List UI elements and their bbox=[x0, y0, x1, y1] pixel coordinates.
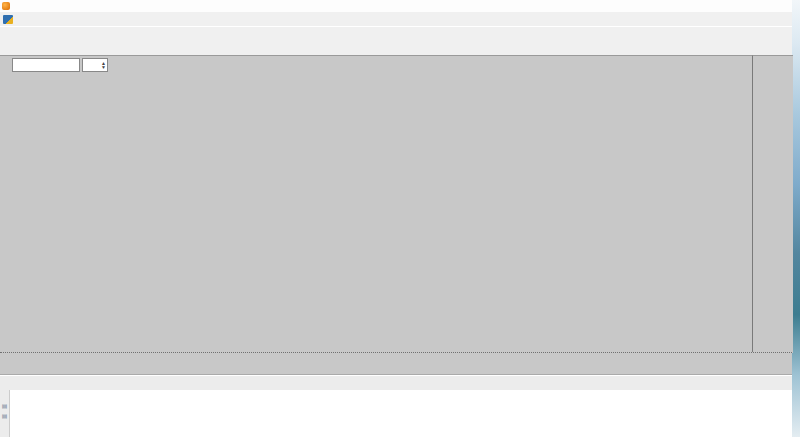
history-panel: ▤▤ bbox=[0, 390, 792, 437]
mt5-logo-icon bbox=[3, 15, 13, 24]
volume-select[interactable] bbox=[12, 58, 80, 72]
app-icon bbox=[2, 2, 10, 10]
mt5-window: ▲▼ ▤▤ bbox=[0, 0, 792, 437]
price-scale[interactable] bbox=[752, 55, 793, 353]
chart-area[interactable]: ▲▼ bbox=[0, 55, 752, 353]
menu-bar bbox=[0, 12, 792, 26]
clipboard-icon: ▤ bbox=[2, 402, 8, 409]
spinner-arrows-icon[interactable]: ▲▼ bbox=[101, 61, 106, 69]
chart-tabs-bar bbox=[0, 375, 792, 391]
desktop-wallpaper: ▲▼ ▤▤ bbox=[0, 0, 800, 437]
time-axis[interactable] bbox=[0, 352, 792, 376]
toolbar-drawing bbox=[0, 45, 792, 55]
period-spinner[interactable]: ▲▼ bbox=[82, 58, 108, 72]
toolbar-main bbox=[0, 26, 792, 46]
title-bar bbox=[0, 0, 792, 12]
clipboard-icon: ▤ bbox=[2, 412, 8, 419]
chart-inner-toolbar: ▲▼ bbox=[2, 58, 108, 72]
toolbox-edge-strip: ▤▤ bbox=[0, 390, 10, 437]
